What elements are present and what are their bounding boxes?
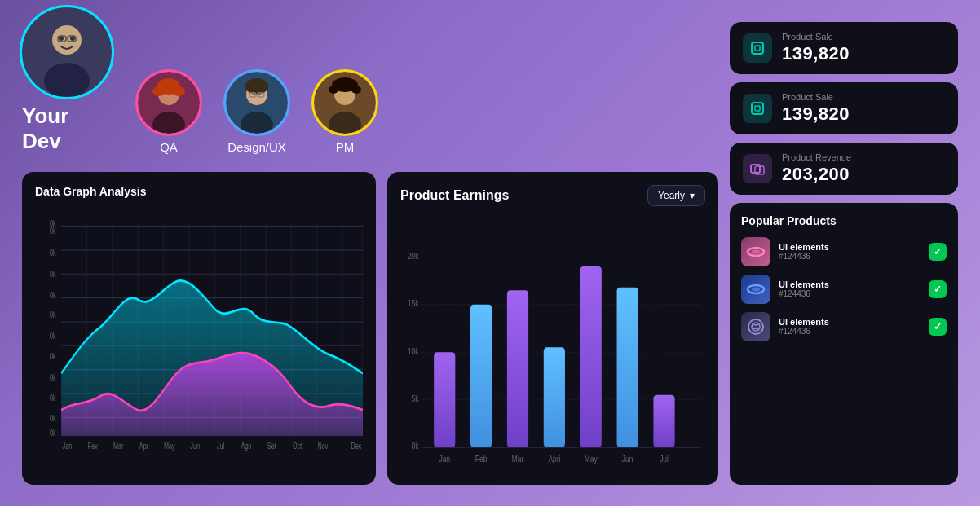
- data-graph-chart: 0k 0k 0k 0k 0k 0k 0k 0k 0k 0k 0k 0k: [35, 208, 363, 465]
- svg-text:Feb: Feb: [475, 453, 487, 463]
- avatar-ring-dux: [223, 69, 290, 136]
- svg-text:Nov: Nov: [318, 441, 329, 451]
- stat-card-revenue: Product Revenue 203,200: [730, 143, 958, 195]
- svg-rect-29: [752, 103, 763, 114]
- svg-text:0k: 0k: [50, 269, 56, 279]
- stat-card-sale2: Product Sale 139,820: [730, 82, 958, 134]
- stat-label-revenue: Product Revenue: [782, 152, 945, 162]
- svg-text:May: May: [585, 453, 598, 463]
- stat-info-sale2: Product Sale 139,820: [782, 92, 945, 125]
- popular-products-title: Popular Products: [741, 214, 947, 227]
- check-badge-2: ✓: [929, 280, 947, 298]
- svg-text:Jan: Jan: [63, 441, 73, 451]
- stat-icon-sale2: [743, 94, 772, 123]
- svg-text:5k: 5k: [412, 394, 419, 403]
- svg-text:0k: 0k: [50, 393, 56, 403]
- period-label: Yearly: [658, 190, 685, 201]
- member-dev[interactable]: Your Dev: [22, 7, 112, 154]
- middle-top-spacer: [387, 22, 718, 161]
- stat-label-sale2: Product Sale: [782, 92, 945, 102]
- svg-text:15k: 15k: [408, 298, 419, 308]
- product-id-2: #124436: [779, 289, 920, 298]
- bar-apr: [544, 347, 565, 447]
- svg-text:Jan: Jan: [439, 453, 450, 463]
- earnings-section: Product Earnings Yearly ▾: [387, 172, 718, 485]
- member-pm[interactable]: PM: [314, 72, 376, 154]
- bar-jun: [617, 287, 638, 447]
- svg-rect-30: [755, 106, 760, 111]
- period-selector[interactable]: Yearly ▾: [647, 185, 705, 206]
- svg-text:Jul: Jul: [660, 453, 669, 463]
- svg-rect-27: [752, 42, 763, 54]
- product-item-3[interactable]: UI elements #124436 ✓: [741, 312, 947, 341]
- product-name-2: UI elements: [779, 279, 920, 289]
- dashboard: Your Dev QA: [9, 9, 971, 498]
- svg-text:0k: 0k: [50, 248, 56, 257]
- svg-point-37: [748, 319, 763, 334]
- svg-text:0k: 0k: [50, 290, 56, 300]
- stat-icon-sale1: [743, 33, 772, 63]
- product-name-3: UI elements: [779, 317, 920, 327]
- product-icon-3: [741, 312, 770, 341]
- product-item-2[interactable]: UI elements #124436 ✓: [741, 275, 947, 304]
- member-dux[interactable]: Design/UX: [226, 72, 288, 154]
- stat-card-sale1: Product Sale 139,820: [730, 22, 958, 74]
- stat-value-sale2: 139,820: [782, 103, 945, 125]
- svg-text:10k: 10k: [408, 345, 419, 355]
- bar-jan: [434, 352, 455, 447]
- team-section: Your Dev QA: [22, 22, 376, 161]
- stat-info-revenue: Product Revenue 203,200: [782, 152, 945, 185]
- product-id-3: #124436: [779, 327, 920, 336]
- bar-mar: [507, 290, 528, 447]
- svg-text:Jul: Jul: [217, 441, 224, 451]
- svg-text:0k: 0k: [50, 428, 56, 438]
- svg-text:20k: 20k: [408, 250, 419, 260]
- stat-icon-revenue: [743, 154, 772, 183]
- svg-text:Set: Set: [267, 441, 276, 451]
- product-name-1: UI elements: [779, 242, 920, 252]
- member-name-dux: Design/UX: [227, 140, 286, 154]
- svg-text:Apri: Apri: [548, 453, 560, 463]
- svg-point-1: [52, 25, 82, 55]
- product-info-3: UI elements #124436: [779, 317, 920, 336]
- data-graph-title: Data Graph Analysis: [35, 185, 363, 198]
- svg-text:May: May: [164, 441, 175, 451]
- svg-text:Oct: Oct: [293, 441, 302, 451]
- bar-jul: [653, 394, 674, 447]
- member-name-qa: QA: [160, 140, 178, 154]
- svg-text:Jun: Jun: [190, 441, 200, 451]
- popular-products-section: Popular Products UI elements #124436 ✓ U…: [730, 203, 958, 485]
- check-badge-1: ✓: [929, 243, 947, 261]
- product-id-1: #124436: [779, 252, 920, 261]
- svg-text:0k: 0k: [50, 413, 56, 423]
- svg-text:Mar: Mar: [512, 453, 524, 463]
- svg-text:0k: 0k: [50, 218, 56, 228]
- svg-point-2: [44, 63, 90, 97]
- product-info-1: UI elements #124436: [779, 242, 920, 261]
- svg-point-34: [752, 249, 760, 253]
- member-name-pm: PM: [336, 140, 355, 154]
- svg-text:0k: 0k: [50, 310, 56, 320]
- product-info-2: UI elements #124436: [779, 279, 920, 298]
- svg-point-36: [752, 287, 760, 291]
- member-qa[interactable]: QA: [138, 72, 200, 154]
- bar-may: [580, 266, 602, 447]
- svg-text:Ago: Ago: [241, 441, 251, 451]
- svg-text:Dec: Dec: [351, 441, 362, 451]
- data-graph-section: Data Graph Analysis 0k 0k 0k 0k 0k: [22, 172, 376, 485]
- product-icon-2: [741, 275, 770, 304]
- product-icon-1: [741, 237, 770, 266]
- svg-text:Apr: Apr: [139, 441, 148, 451]
- check-badge-3: ✓: [929, 318, 947, 336]
- svg-text:0k: 0k: [50, 332, 56, 341]
- avatar-ring-pm: [311, 69, 378, 136]
- svg-text:0k: 0k: [50, 372, 56, 382]
- chevron-down-icon: ▾: [690, 190, 695, 201]
- avatar-ring-qa: [135, 69, 202, 136]
- stats-section: Product Sale 139,820 Product Sale 139,82…: [730, 22, 958, 485]
- svg-text:Mar: Mar: [113, 441, 123, 451]
- stat-value-revenue: 203,200: [782, 164, 945, 185]
- svg-text:0k: 0k: [50, 351, 56, 361]
- member-name-dev: Your Dev: [22, 103, 112, 154]
- product-item-1[interactable]: UI elements #124436 ✓: [741, 237, 947, 266]
